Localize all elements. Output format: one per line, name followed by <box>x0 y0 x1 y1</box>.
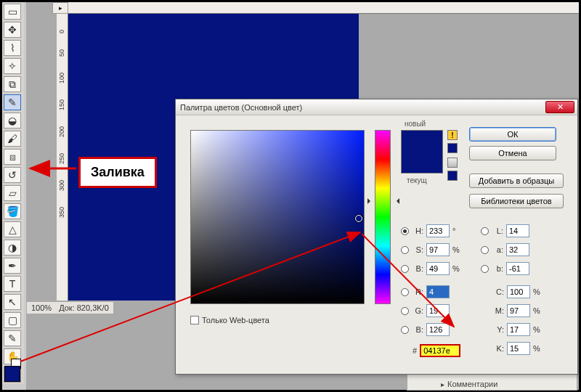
preview-new-color[interactable] <box>402 131 442 152</box>
tool-spot-heal[interactable]: ◒ <box>4 113 21 128</box>
ruler-vertical: 050100150200250300350 <box>57 14 68 301</box>
field-b-lab: b: <box>481 262 529 275</box>
preview-current-color[interactable] <box>402 152 442 173</box>
cancel-button[interactable]: Отмена <box>469 146 556 160</box>
toolbox: ▭✥⌇✧⧉✎◒🖌⧇↺▱🪣△◑✒T↖▢✎✋🔍 <box>2 2 24 384</box>
field-b-rgb: B: <box>401 323 450 336</box>
websafe-warning-icon[interactable] <box>447 158 458 168</box>
radio-r[interactable] <box>401 288 409 296</box>
field-l: L: <box>481 224 529 237</box>
web-only-label: Только Web-цвета <box>202 316 269 324</box>
color-swatches <box>2 359 24 388</box>
checkbox-icon <box>190 316 199 324</box>
doc-tab[interactable]: ▸ <box>52 2 68 14</box>
color-libraries-button[interactable]: Библиотеки цветов <box>469 194 564 208</box>
sv-cursor[interactable] <box>355 215 362 222</box>
input-k[interactable] <box>507 342 530 355</box>
websafe-swatch[interactable] <box>447 171 458 181</box>
tool-magic-wand[interactable]: ✧ <box>4 58 21 74</box>
radio-b-lab[interactable] <box>481 265 489 273</box>
field-b-hsb: B: % <box>401 262 460 275</box>
input-b-hsb[interactable] <box>426 262 450 275</box>
radio-s[interactable] <box>401 246 409 254</box>
field-g: G: <box>401 304 450 317</box>
comments-toggle[interactable]: ▸ Комментарии <box>441 380 497 388</box>
tool-paint-bucket[interactable]: 🪣 <box>4 203 21 219</box>
hex-prefix: # <box>413 346 417 355</box>
tool-move[interactable]: ✥ <box>4 22 21 38</box>
tool-crop[interactable]: ⧉ <box>4 76 21 92</box>
hue-slider[interactable] <box>375 130 391 304</box>
dialog-title: Палитра цветов (Основной цвет) <box>180 103 302 112</box>
tool-marquee[interactable]: ▭ <box>4 4 21 20</box>
input-y[interactable] <box>507 323 530 336</box>
gamut-warning-swatch[interactable] <box>447 143 458 153</box>
tool-notes[interactable]: ✎ <box>4 330 21 346</box>
radio-g[interactable] <box>401 307 409 315</box>
ok-button[interactable]: ОК <box>469 127 556 142</box>
label-new: новый <box>405 120 426 128</box>
input-a[interactable] <box>506 243 529 256</box>
annotation-label: Заливка <box>78 157 157 188</box>
field-y: Y: % <box>492 323 540 336</box>
status-bar: 100% Док: 820,3K/0 <box>26 301 114 314</box>
tool-brush[interactable]: 🖌 <box>4 131 21 147</box>
label-current: текущ <box>407 176 427 184</box>
add-swatch-button[interactable]: Добавить в образцы <box>469 173 564 188</box>
gamut-warning-icon[interactable]: ! <box>447 130 458 140</box>
tool-type[interactable]: T <box>4 276 21 292</box>
radio-b-rgb[interactable] <box>401 326 409 334</box>
ruler-horizontal <box>68 2 579 14</box>
input-hex[interactable] <box>420 344 460 357</box>
zoom-level: 100% <box>31 303 52 312</box>
radio-h[interactable] <box>401 227 409 235</box>
saturation-value-field[interactable] <box>190 130 365 304</box>
radio-a[interactable] <box>481 246 489 254</box>
field-c: C: % <box>492 285 540 298</box>
input-r[interactable] <box>426 285 450 298</box>
field-s: S: % <box>401 243 460 256</box>
input-b-lab[interactable] <box>506 262 529 275</box>
field-h: H: ° <box>401 224 455 237</box>
color-preview <box>401 130 443 173</box>
tool-eyedropper[interactable]: ✎ <box>4 94 21 110</box>
tool-path-select[interactable]: ↖ <box>4 294 21 310</box>
field-m: M: % <box>492 304 540 317</box>
radio-l[interactable] <box>481 227 489 235</box>
input-s[interactable] <box>426 243 450 256</box>
input-b-rgb[interactable] <box>426 323 450 336</box>
input-h[interactable] <box>426 224 450 237</box>
tool-rectangle[interactable]: ▢ <box>4 312 21 328</box>
color-picker-dialog: Палитра цветов (Основной цвет) ✕ новый т… <box>175 99 578 375</box>
tool-blur[interactable]: △ <box>4 221 21 237</box>
field-a: a: <box>481 243 529 256</box>
field-r: R: <box>401 285 450 298</box>
input-g[interactable] <box>426 304 450 317</box>
foreground-color-swatch[interactable] <box>4 366 20 382</box>
web-colors-only-checkbox[interactable]: Только Web-цвета <box>190 316 269 324</box>
input-l[interactable] <box>506 224 529 237</box>
field-k: K: % <box>492 342 540 355</box>
tool-pen[interactable]: ✒ <box>4 258 21 274</box>
tool-stamp[interactable]: ⧇ <box>4 149 21 165</box>
input-c[interactable] <box>507 285 530 298</box>
radio-b-hsb[interactable] <box>401 265 409 273</box>
tool-dodge[interactable]: ◑ <box>4 240 21 256</box>
doc-info: Док: 820,3K/0 <box>59 303 109 312</box>
dialog-titlebar[interactable]: Палитра цветов (Основной цвет) ✕ <box>176 99 577 115</box>
tool-history-brush[interactable]: ↺ <box>4 167 21 183</box>
tool-eraser[interactable]: ▱ <box>4 185 21 201</box>
field-hex: # <box>413 344 460 357</box>
close-icon[interactable]: ✕ <box>545 101 574 113</box>
input-m[interactable] <box>507 304 530 317</box>
tool-lasso[interactable]: ⌇ <box>4 40 21 56</box>
